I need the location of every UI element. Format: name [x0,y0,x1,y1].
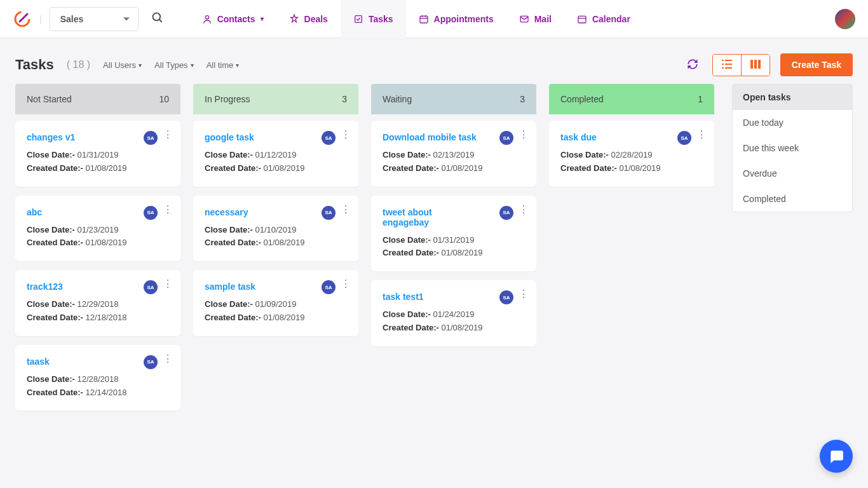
nav-contacts[interactable]: Contacts▾ [189,0,276,38]
assignee-badge[interactable]: SA [144,131,158,145]
created-date-row: Created Date:- 01/08/2019 [27,162,169,175]
nav-tasks[interactable]: Tasks [341,0,406,38]
svg-rect-20 [758,60,761,69]
assignee-badge[interactable]: SA [322,131,336,145]
side-filter-item[interactable]: Completed [733,186,852,212]
svg-point-3 [205,15,208,18]
svg-rect-4 [355,15,362,22]
nav-mail[interactable]: Mail [506,0,564,38]
task-card[interactable]: tweet about engagebaySA⋮Close Date:- 01/… [371,196,536,272]
list-view-button[interactable] [713,55,742,76]
card-menu-button[interactable]: ⋮ [163,130,173,140]
task-title[interactable]: necessary [205,207,248,217]
card-menu-button[interactable]: ⋮ [163,279,173,289]
module-selector[interactable]: Sales [50,7,139,31]
task-title[interactable]: google task [205,132,254,142]
board-view-button[interactable] [742,55,770,76]
assignee-badge[interactable]: SA [322,280,336,294]
task-card[interactable]: sample taskSA⋮Close Date:- 01/09/2019Cre… [193,270,358,336]
task-title[interactable]: abc [27,207,42,217]
created-date-row: Created Date:- 01/08/2019 [27,236,169,250]
module-select-input[interactable]: Sales [50,7,139,31]
filter-time[interactable]: All time [207,60,240,70]
close-date-row: Close Date:- 01/23/2019 [27,224,169,237]
column-not-started: Not Started10changes v1SA⋮Close Date:- 0… [15,84,180,417]
nav-calendar[interactable]: Calendar [564,0,643,38]
created-date-row: Created Date:- 01/08/2019 [205,162,347,175]
svg-line-2 [159,20,161,22]
nav-deals[interactable]: Deals [276,0,341,38]
svg-rect-10 [578,16,586,23]
user-avatar[interactable] [835,9,855,29]
nav-label: Mail [534,14,552,24]
assignee-badge[interactable]: SA [499,206,513,220]
svg-rect-19 [754,60,757,69]
board-wrap: Not Started10changes v1SA⋮Close Date:- 0… [0,84,868,435]
assignee-badge[interactable]: SA [322,206,336,220]
task-card[interactable]: taaskSA⋮Close Date:- 12/28/2018Created D… [15,345,180,411]
column-title: In Progress [205,94,250,104]
app-logo[interactable] [13,10,32,29]
close-date-row: Close Date:- 01/24/2019 [383,308,525,322]
svg-rect-14 [722,64,724,65]
task-card[interactable]: Download mobile taskSA⋮Close Date:- 02/1… [371,121,536,187]
refresh-button[interactable] [683,55,702,76]
appointments-icon [419,14,429,24]
side-filter-item[interactable]: Due today [733,110,852,135]
task-card[interactable]: task dueSA⋮Close Date:- 02/28/2019Create… [549,121,714,187]
task-title[interactable]: tweet about engagebay [383,207,478,227]
task-card[interactable]: task test1SA⋮Close Date:- 01/24/2019Crea… [371,280,536,346]
svg-rect-15 [725,64,732,65]
card-menu-button[interactable]: ⋮ [341,279,351,289]
filter-types[interactable]: All Types [154,60,194,70]
filter-users[interactable]: All Users [103,60,142,70]
nav-label: Deals [304,14,328,24]
list-icon [722,60,732,69]
card-menu-button[interactable]: ⋮ [696,130,707,140]
main-nav: Contacts▾DealsTasksAppointmentsMailCalen… [189,0,643,38]
assignee-badge[interactable]: SA [144,280,158,294]
side-filter-panel: Open tasksDue todayDue this weekOverdueC… [732,84,853,212]
task-card[interactable]: changes v1SA⋮Close Date:- 01/31/2019Crea… [15,121,180,187]
task-title[interactable]: task due [560,132,597,142]
calendar-icon [577,14,587,24]
create-task-button[interactable]: Create Task [780,53,853,76]
column-title: Not Started [27,94,72,104]
card-menu-button[interactable]: ⋮ [519,205,529,215]
card-menu-button[interactable]: ⋮ [341,205,351,215]
task-card[interactable]: necessarySA⋮Close Date:- 01/10/2019Creat… [193,196,358,262]
card-menu-button[interactable]: ⋮ [519,289,529,299]
task-title[interactable]: taask [27,356,50,367]
card-menu-button[interactable]: ⋮ [341,130,351,140]
assignee-badge[interactable]: SA [499,131,513,145]
nav-appointments[interactable]: Appointments [406,0,506,38]
search-icon [151,11,164,24]
page-title: Tasks [15,57,54,73]
view-toggle [712,54,770,76]
task-title[interactable]: sample task [205,281,255,292]
task-title[interactable]: task test1 [383,292,424,302]
task-title[interactable]: changes v1 [27,132,75,142]
assignee-badge[interactable]: SA [677,131,691,145]
task-title[interactable]: track123 [27,281,63,292]
column-title: Waiting [383,94,412,104]
column-body: google taskSA⋮Close Date:- 01/12/2019Cre… [193,114,358,342]
side-filter-item[interactable]: Overdue [733,161,852,186]
task-title[interactable]: Download mobile task [383,132,477,142]
task-card[interactable]: google taskSA⋮Close Date:- 01/12/2019Cre… [193,121,358,187]
side-filter-item[interactable]: Due this week [733,135,852,161]
card-menu-button[interactable]: ⋮ [163,205,173,215]
column-count: 10 [159,94,169,104]
assignee-badge[interactable]: SA [144,206,158,220]
assignee-badge[interactable]: SA [144,355,158,369]
column-body: changes v1SA⋮Close Date:- 01/31/2019Crea… [15,114,180,417]
task-card[interactable]: track123SA⋮Close Date:- 12/29/2018Create… [15,270,180,336]
side-filter-item[interactable]: Open tasks [733,85,852,110]
search-button[interactable] [146,6,169,31]
close-date-row: Close Date:- 01/12/2019 [205,149,347,162]
card-menu-button[interactable]: ⋮ [519,130,529,140]
card-menu-button[interactable]: ⋮ [163,354,173,364]
assignee-badge[interactable]: SA [499,290,513,304]
task-card[interactable]: abcSA⋮Close Date:- 01/23/2019Created Dat… [15,196,180,262]
column-body: Download mobile taskSA⋮Close Date:- 02/1… [371,114,536,353]
